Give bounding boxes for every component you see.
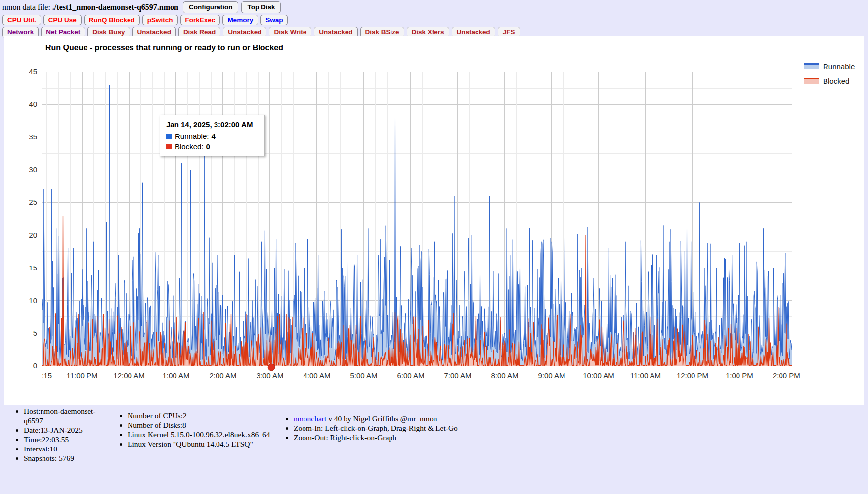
runqueue-area-chart[interactable]: 051015202530354045:1511:00 PM12:00 AM1:0… <box>4 36 864 405</box>
runnable-series-line <box>42 85 792 360</box>
x-axis-tick: 8:00 AM <box>491 371 518 380</box>
y-axis-tick: 5 <box>33 329 37 337</box>
y-axis-tick: 20 <box>29 231 37 239</box>
toolbar-button-cpu-util[interactable]: CPU Util. <box>2 15 41 26</box>
x-axis-tick: 5:00 AM <box>350 371 377 380</box>
tooltip-row-blocked: Blocked: 0 <box>166 142 258 151</box>
toolbar-button-swap[interactable]: Swap <box>260 15 288 26</box>
list-item: nmonchart v 40 by Nigel Griffiths @mr_nm… <box>294 414 558 424</box>
nmonchart-link[interactable]: nmonchart <box>294 414 326 423</box>
x-axis-tick: 9:00 AM <box>538 371 565 380</box>
footer-divider <box>280 410 558 410</box>
list-item: Zoom-In: Left-click-on-Graph, Drag-Right… <box>294 424 558 433</box>
x-axis-tick: 6:00 AM <box>397 371 424 380</box>
runnable-series-swatch <box>804 63 819 69</box>
chart-tooltip: Jan 14, 2025, 3:02:00 AM Runnable: 4 Blo… <box>160 115 265 156</box>
nmonchart-page: { "header": { "file_label": "nmon data f… <box>0 0 868 494</box>
x-axis-tick: 2:00 AM <box>209 371 236 380</box>
legend-item-blocked: Blocked <box>804 77 855 85</box>
y-axis-tick: 35 <box>29 133 37 141</box>
toolbar-button-runq-blocked[interactable]: RunQ Blocked <box>84 15 140 26</box>
footer-system-info: Number of CPUs:2Number of Disks:8Linux K… <box>108 407 280 449</box>
blocked-series-swatch <box>804 78 819 84</box>
x-axis-tick: 4:00 AM <box>303 371 330 380</box>
list-item: Linux Kernel 5.15.0-100.96.32.el8uek.x86… <box>128 430 280 440</box>
chart-card: Run Queue - processes that running or re… <box>4 36 864 405</box>
file-line: nmon data file: ./test1_nmon-daemonset-q… <box>2 3 178 12</box>
list-item: Linux Version "QUbuntu 14.04.5 LTSQ" <box>128 440 280 449</box>
footer-list-3: nmonchart v 40 by Nigel Griffiths @mr_nm… <box>280 414 558 443</box>
y-axis-tick: 15 <box>29 264 37 272</box>
x-axis-tick: 1:00 PM <box>726 371 753 380</box>
list-item: Date:13-JAN-2025 <box>24 426 108 435</box>
toolbar-row1-buttons: ConfigurationTop Disk <box>183 1 281 13</box>
y-axis-tick: 40 <box>29 100 37 108</box>
toolbar-row-file: nmon data file: ./test1_nmon-daemonset-q… <box>2 1 868 13</box>
list-item: Number of Disks:8 <box>128 421 280 430</box>
legend-label-runnable: Runnable <box>823 62 855 71</box>
toolbar-button-configuration[interactable]: Configuration <box>183 1 238 13</box>
toolbar-button-top-disk[interactable]: Top Disk <box>241 1 281 13</box>
y-axis-tick: 10 <box>29 296 37 305</box>
list-item: Snapshots: 5769 <box>24 454 108 463</box>
x-axis-tick: 11:00 AM <box>630 371 661 380</box>
tooltip-datetime: Jan 14, 2025, 3:02:00 AM <box>166 120 258 129</box>
file-label: nmon data file: <box>2 3 50 11</box>
toolbar-button-memory[interactable]: Memory <box>222 15 258 26</box>
chart-legend: Runnable Blocked <box>804 62 855 91</box>
tooltip-blocked-value: 0 <box>206 142 210 151</box>
y-axis-tick: 30 <box>29 165 37 174</box>
tooltip-blocked-label: Blocked: <box>175 142 204 151</box>
x-axis-tick: 12:00 AM <box>113 371 144 380</box>
footer-host-info: Host:nmon-daemonset-q6597Date:13-JAN-202… <box>4 407 108 463</box>
legend-label-blocked: Blocked <box>823 77 849 85</box>
footer-nmonchart-info: nmonchart v 40 by Nigel Griffiths @mr_nm… <box>280 407 558 443</box>
list-item: Zoom-Out: Right-click-on-Graph <box>294 433 558 443</box>
legend-item-runnable: Runnable <box>804 62 855 70</box>
footer-list-2: Number of CPUs:2Number of Disks:8Linux K… <box>108 411 280 449</box>
list-item: Number of CPUs:2 <box>128 411 280 421</box>
tooltip-runnable-label: Runnable: <box>175 132 209 140</box>
footer-list-1: Host:nmon-daemonset-q6597Date:13-JAN-202… <box>4 407 108 463</box>
list-item: Interval:10 <box>24 445 108 454</box>
runnable-color-square <box>166 134 172 139</box>
file-name: ./test1_nmon-daemonset-q6597.nmon <box>52 3 178 11</box>
x-axis-tick: 10:00 AM <box>583 371 614 380</box>
toolbar-button-cpu-use[interactable]: CPU Use <box>43 15 82 26</box>
footer: Host:nmon-daemonset-q6597Date:13-JAN-202… <box>4 407 558 463</box>
x-axis-tick: 11:00 PM <box>66 371 97 380</box>
toolbar-button-pswitch[interactable]: pSwitch <box>142 15 178 26</box>
blocked-color-square <box>166 144 172 149</box>
y-axis-tick: 0 <box>33 361 37 370</box>
toolbar-row2-buttons: CPU Util.CPU UseRunQ BlockedpSwitchForkE… <box>2 15 868 26</box>
x-axis-tick: 7:00 AM <box>444 371 471 380</box>
selected-point-marker[interactable] <box>268 364 275 371</box>
x-axis-tick: 2:00 PM <box>773 371 800 380</box>
x-axis-tick: 1:00 AM <box>162 371 189 380</box>
x-axis-tick: :15 <box>42 371 52 380</box>
x-axis-tick: 3:00 AM <box>256 371 283 380</box>
tooltip-runnable-value: 4 <box>211 132 215 140</box>
y-axis-tick: 45 <box>29 67 37 76</box>
toolbar-button-forkexec[interactable]: ForkExec <box>180 15 220 26</box>
list-item: Time:22:03.55 <box>24 435 108 445</box>
list-item: Host:nmon-daemonset-q6597 <box>24 407 108 426</box>
x-axis-tick: 12:00 PM <box>677 371 708 380</box>
y-axis-tick: 25 <box>29 198 37 206</box>
tooltip-row-runnable: Runnable: 4 <box>166 132 258 140</box>
